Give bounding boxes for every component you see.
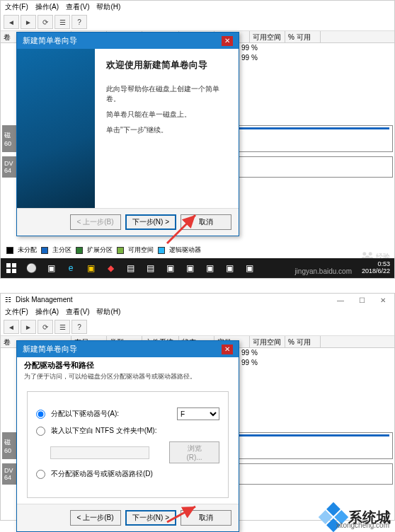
clock[interactable]: 0:532018/6/22 <box>362 261 393 275</box>
col-free[interactable]: 可用空间 <box>250 336 285 347</box>
tool-refresh-icon[interactable]: ⟳ <box>38 320 53 334</box>
legend-primary: 主分区 <box>52 245 71 255</box>
back-button: < 上一步(B) <box>70 214 121 230</box>
legend-free: 可用空间 <box>128 245 154 255</box>
legend-logical: 逻辑驱动器 <box>169 245 201 255</box>
svg-point-1 <box>362 252 366 255</box>
close-icon[interactable]: ✕ <box>376 296 390 304</box>
menu-file[interactable]: 文件(F) <box>5 2 28 12</box>
col-pct[interactable]: % 可用 <box>285 336 321 347</box>
minimize-icon[interactable]: — <box>333 296 348 304</box>
vol-row-pct: 99 % <box>241 348 394 358</box>
close-icon[interactable]: ✕ <box>222 36 233 46</box>
tool-back-icon[interactable]: ◄ <box>4 15 19 29</box>
wizard-content: 欢迎使用新建简单卷向导 此向导帮助你在磁盘上创建一个简单卷。 简单卷只能在单一磁… <box>95 49 239 208</box>
back-button[interactable]: < 上一步(B) <box>70 510 121 526</box>
app-icon[interactable]: ▤ <box>141 260 159 276</box>
browse-button: 浏览(R)... <box>169 441 219 463</box>
taskview-icon[interactable]: ▣ <box>42 260 60 276</box>
maximize-icon[interactable]: ☐ <box>355 296 369 304</box>
wizard-subtitle: 分配驱动器号和路径 <box>24 360 231 371</box>
svg-rect-6 <box>6 263 11 267</box>
legend: 未分配 主分区 扩展分区 可用空间 逻辑驱动器 <box>2 243 205 257</box>
cancel-button[interactable]: 取消 <box>181 214 231 230</box>
app-icon[interactable]: ◆ <box>101 260 120 276</box>
wizard-text: 此向导帮助你在磁盘上创建一个简单卷。 <box>106 84 227 104</box>
toolbar: ◄ ► ⟳ ☰ ? <box>1 13 394 31</box>
wizard-options-group: 分配以下驱动器号(A): F 装入以下空白 NTFS 文件夹中(M): 浏览(R… <box>27 391 229 498</box>
app-icon[interactable]: ▣ <box>220 260 239 276</box>
menubar: 文件(F) 操作(A) 查看(V) 帮助(H) <box>1 1 394 13</box>
svg-rect-9 <box>12 269 16 273</box>
opt-no-assign[interactable] <box>36 470 45 479</box>
wizard-buttons: < 上一步(B) 下一步(N) > 取消 <box>17 208 239 236</box>
explorer-icon[interactable]: ▣ <box>81 260 100 276</box>
opt-mount-folder[interactable] <box>36 427 45 436</box>
tool-fwd-icon[interactable]: ► <box>21 15 36 29</box>
tool-help-icon[interactable]: ? <box>71 320 87 334</box>
menu-help[interactable]: 帮助(H) <box>96 307 120 317</box>
search-icon[interactable]: ⚪ <box>22 260 40 276</box>
app-icon[interactable]: ▣ <box>200 260 219 276</box>
start-icon[interactable] <box>2 260 21 276</box>
drive-letter-select[interactable]: F <box>177 407 219 420</box>
tool-help-icon[interactable]: ? <box>71 15 87 29</box>
menu-action[interactable]: 操作(A) <box>35 307 59 317</box>
opt-assign-letter-label: 分配以下驱动器号(A): <box>51 409 119 419</box>
col-pct[interactable]: % 可用 <box>285 31 321 42</box>
menu-action[interactable]: 操作(A) <box>35 2 59 12</box>
menu-file[interactable]: 文件(F) <box>5 307 28 317</box>
tool-refresh-icon[interactable]: ⟳ <box>38 15 53 29</box>
wizard-subdesc: 为了便于访问，可以给磁盘分区分配驱动器号或驱动器路径。 <box>24 371 231 386</box>
tool-props-icon[interactable]: ☰ <box>55 15 70 29</box>
wizard-buttons: < 上一步(B) 下一步(N) > 取消 <box>17 504 239 531</box>
wizard-titlebar[interactable]: 新建简单卷向导 ✕ <box>17 33 239 49</box>
logo-url: xitongcheng.com <box>336 521 389 529</box>
url-watermark: jingyan.baidu.com <box>294 267 352 275</box>
wizard-titlebar[interactable]: 新建简单卷向导 ✕ <box>17 341 239 357</box>
wizard-title: 新建简单卷向导 <box>23 344 77 354</box>
menu-help[interactable]: 帮助(H) <box>96 2 120 12</box>
app-icon[interactable]: ▤ <box>121 260 139 276</box>
opt-assign-letter[interactable] <box>36 410 45 419</box>
edge-icon[interactable]: e <box>62 260 80 276</box>
wizard-heading: 欢迎使用新建简单卷向导 <box>106 59 227 71</box>
wizard-text: 单击"下一步"继续。 <box>106 125 227 135</box>
next-button[interactable]: 下一步(N) > <box>125 510 177 526</box>
wizard-text: 简单卷只能在单一磁盘上。 <box>106 110 227 120</box>
toolbar: ◄ ► ⟳ ☰ ? <box>1 318 394 336</box>
legend-extended: 扩展分区 <box>87 245 113 255</box>
site-logo: 系统城 xitongcheng.com <box>323 507 391 528</box>
cancel-button[interactable]: 取消 <box>181 510 231 526</box>
mount-path-input <box>50 446 149 459</box>
svg-point-2 <box>369 252 372 255</box>
disk-mgmt-window-2: ☷ Disk Management — ☐ ✕ 文件(F) 操作(A) 查看(V… <box>0 293 395 521</box>
menu-view[interactable]: 查看(V) <box>66 307 89 317</box>
app-icon[interactable]: ▣ <box>181 260 199 276</box>
wizard-subheader: 分配驱动器号和路径 为了便于访问，可以给磁盘分区分配驱动器号或驱动器路径。 <box>17 357 239 386</box>
legend-unalloc: 未分配 <box>18 245 37 255</box>
vol-row-pct: 99 % <box>241 43 394 53</box>
app-title: Disk Management <box>16 296 73 303</box>
taskbar[interactable]: ⚪ ▣ e ▣ ◆ ▤ ▤ ▣ ▣ ▣ ▣ ▣ jingyan.baidu.co… <box>1 258 394 278</box>
close-icon[interactable]: ✕ <box>222 345 233 354</box>
tool-props-icon[interactable]: ☰ <box>55 320 70 334</box>
app-icon[interactable]: ▣ <box>161 260 179 276</box>
new-volume-wizard: 新建简单卷向导 ✕ 欢迎使用新建简单卷向导 此向导帮助你在磁盘上创建一个简单卷。… <box>16 32 239 236</box>
svg-rect-8 <box>6 269 11 273</box>
wizard-side-image <box>17 49 95 208</box>
tool-back-icon[interactable]: ◄ <box>4 320 19 334</box>
window-controls: — ☐ ✕ <box>333 296 390 304</box>
disk-mgmt-window-1: 文件(F) 操作(A) 查看(V) 帮助(H) ◄ ► ⟳ ☰ ? 卷 布局 类… <box>0 0 395 279</box>
opt-mount-folder-label: 装入以下空白 NTFS 文件夹中(M): <box>51 426 156 436</box>
svg-rect-7 <box>12 263 16 267</box>
next-button[interactable]: 下一步(N) > <box>125 214 177 230</box>
col-free[interactable]: 可用空间 <box>250 31 285 42</box>
vol-row-pct: 99 % <box>241 53 394 63</box>
menu-view[interactable]: 查看(V) <box>66 2 89 12</box>
new-volume-wizard: 新建简单卷向导 ✕ 分配驱动器号和路径 为了便于访问，可以给磁盘分区分配驱动器号… <box>16 340 239 532</box>
tool-fwd-icon[interactable]: ► <box>21 320 36 334</box>
opt-no-assign-label: 不分配驱动器号或驱动器路径(D) <box>51 469 153 479</box>
app-icon[interactable]: ▣ <box>240 260 258 276</box>
app-icon: ☷ <box>5 296 11 303</box>
